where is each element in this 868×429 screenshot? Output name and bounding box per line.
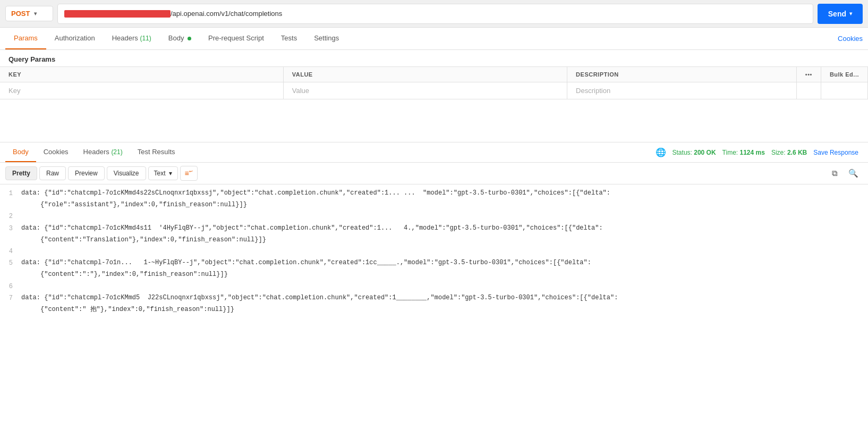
line-content: data: {"id":"chatcmpl-7o1cKMmd5 J22sCLno…: [21, 293, 868, 303]
spacer: [0, 99, 868, 142]
line-content: data: {"id":"chatcmpl-7o1cKMmd4s22sCLnoq…: [21, 188, 868, 198]
code-line: 5data: {"id":"chatcmpl-7o1n... 1-~HyFlqB…: [0, 257, 868, 269]
wrap-lines-button[interactable]: ≡↩: [180, 166, 198, 181]
response-tab-headers[interactable]: Headers (21): [76, 142, 130, 162]
params-table: KEY VALUE DESCRIPTION ••• Bulk Ed... Key…: [0, 66, 868, 99]
code-line: 7data: {"id":"chatcmpl-7o1cKMmd5 J22sCLn…: [0, 292, 868, 304]
tab-body[interactable]: Body: [160, 28, 200, 49]
key-cell[interactable]: Key: [0, 82, 283, 99]
line-content: {"content":"Translation"},"index":0,"fin…: [21, 235, 868, 245]
bulk-edit-label[interactable]: Bulk Ed...: [821, 67, 867, 82]
tab-pre-request[interactable]: Pre-request Script: [200, 28, 273, 49]
code-line: 4: [0, 246, 868, 257]
format-visualize-button[interactable]: Visualize: [107, 166, 146, 180]
time-value: 1124 ms: [740, 149, 765, 156]
format-bar: Pretty Raw Preview Visualize Text ▾ ≡↩ ⧉…: [0, 163, 868, 184]
globe-icon: 🌐: [656, 147, 666, 157]
format-raw-button[interactable]: Raw: [39, 166, 66, 180]
code-line: {"content":" 抱"},"index":0,"finish_reaso…: [0, 304, 868, 315]
format-type-dropdown[interactable]: Text ▾: [148, 166, 178, 180]
line-number: 4: [0, 246, 21, 257]
col-header-actions: •••: [796, 67, 821, 82]
cookies-link[interactable]: Cookies: [838, 35, 863, 43]
code-line: {"role":"assistant"},"index":0,"finish_r…: [0, 199, 868, 211]
query-params-label: Query Params: [0, 50, 868, 66]
response-tab-test-results[interactable]: Test Results: [130, 142, 183, 162]
response-tabs-bar: Body Cookies Headers (21) Test Results 🌐…: [0, 142, 868, 163]
code-line: 6: [0, 281, 868, 292]
bulk-edit-cell: [821, 82, 867, 99]
format-pretty-button[interactable]: Pretty: [5, 166, 37, 180]
line-number: 7: [0, 293, 21, 304]
line-content: {"content":" 抱"},"index":0,"finish_reaso…: [21, 305, 868, 315]
request-tabs: Params Authorization Headers (11) Body P…: [0, 28, 868, 50]
line-number: [0, 270, 21, 270]
line-number: [0, 305, 21, 305]
col-header-value: VALUE: [283, 67, 567, 82]
format-preview-button[interactable]: Preview: [68, 166, 105, 180]
method-selector[interactable]: POST ▾: [5, 6, 53, 21]
method-chevron-icon: ▾: [34, 11, 37, 16]
tab-authorization[interactable]: Authorization: [46, 28, 104, 49]
line-content: data: {"id":"chatcmpl-7o1n... 1-~HyFlqBY…: [21, 258, 868, 268]
line-number: 6: [0, 281, 21, 292]
table-row: Key Value Description: [0, 82, 868, 99]
line-number: [0, 200, 21, 200]
response-headers-badge: (21): [111, 148, 122, 156]
url-redacted: [64, 10, 171, 18]
col-header-desc: DESCRIPTION: [567, 67, 797, 82]
code-area: 1data: {"id":"chatcmpl-7o1cKMmd4s22sCLno…: [0, 184, 868, 318]
value-cell[interactable]: Value: [283, 82, 567, 99]
line-content: data: {"id":"chatcmpl-7o1cKMmd4s11 '4HyF…: [21, 223, 868, 233]
line-number: 5: [0, 258, 21, 268]
status-label: Status: 200 OK: [673, 149, 716, 156]
response-tab-cookies[interactable]: Cookies: [36, 142, 76, 162]
actions-cell: [796, 82, 821, 99]
tab-tests[interactable]: Tests: [273, 28, 305, 49]
response-section: Body Cookies Headers (21) Test Results 🌐…: [0, 142, 868, 318]
code-line: {"content":":"},"index":0,"finish_reason…: [0, 269, 868, 280]
response-tab-body[interactable]: Body: [5, 142, 36, 162]
url-bar[interactable]: /api.openai.com/v1/chat/completions: [57, 4, 813, 24]
more-options-icon[interactable]: •••: [805, 71, 812, 78]
url-text: /api.openai.com/v1/chat/completions: [171, 10, 282, 18]
col-header-key: KEY: [0, 67, 283, 82]
code-line: 2: [0, 211, 868, 222]
line-number: 2: [0, 211, 21, 222]
send-button[interactable]: Send ▾: [818, 4, 863, 24]
response-status-bar: 🌐 Status: 200 OK Time: 1124 ms Size: 2.6…: [656, 147, 863, 157]
code-line: {"content":"Translation"},"index":0,"fin…: [0, 234, 868, 246]
format-type-label: Text: [154, 170, 166, 177]
search-icon[interactable]: 🔍: [844, 166, 863, 181]
line-content: {"content":":"},"index":0,"finish_reason…: [21, 270, 868, 280]
line-number: [0, 235, 21, 235]
copy-icon[interactable]: ⧉: [828, 166, 842, 181]
desc-cell[interactable]: Description: [567, 82, 797, 99]
send-chevron-icon: ▾: [849, 11, 852, 16]
line-number: 3: [0, 223, 21, 234]
line-content: {"role":"assistant"},"index":0,"finish_r…: [21, 200, 868, 210]
tab-settings[interactable]: Settings: [305, 28, 347, 49]
status-size: Size: 2.6 KB: [771, 149, 807, 156]
code-line: 1data: {"id":"chatcmpl-7o1cKMmd4s22sCLno…: [0, 188, 868, 199]
method-label: POST: [11, 10, 30, 18]
body-dot-icon: [188, 37, 191, 40]
request-bar: POST ▾ /api.openai.com/v1/chat/completio…: [0, 0, 868, 28]
tab-params[interactable]: Params: [5, 28, 46, 49]
tab-headers[interactable]: Headers (11): [104, 28, 160, 49]
headers-badge: (11): [140, 35, 151, 42]
line-number: 1: [0, 188, 21, 199]
format-type-chevron-icon: ▾: [169, 170, 172, 177]
status-time: Time: 1124 ms: [722, 149, 765, 156]
size-value: 2.6 KB: [787, 149, 807, 156]
status-value: 200 OK: [694, 149, 716, 156]
save-response-button[interactable]: Save Response: [813, 149, 858, 156]
send-label: Send: [828, 10, 846, 18]
code-line: 3data: {"id":"chatcmpl-7o1cKMmd4s11 '4Hy…: [0, 223, 868, 234]
